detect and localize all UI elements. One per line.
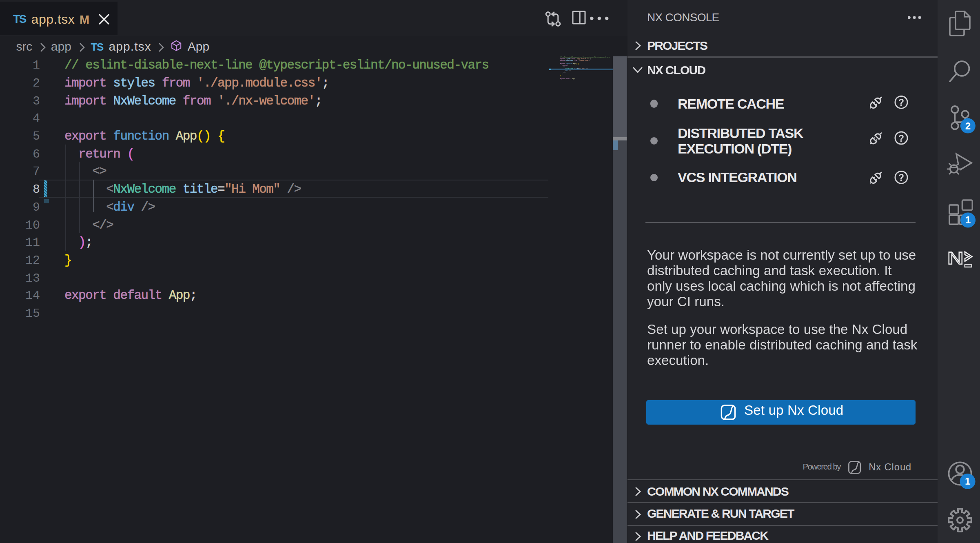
svg-text:1: 1 — [964, 476, 970, 487]
svg-text:1: 1 — [965, 214, 970, 225]
svg-text:2: 2 — [965, 120, 970, 131]
svg-text:?: ? — [898, 133, 904, 144]
svg-text:?: ? — [898, 172, 904, 183]
svg-text:?: ? — [898, 97, 904, 108]
